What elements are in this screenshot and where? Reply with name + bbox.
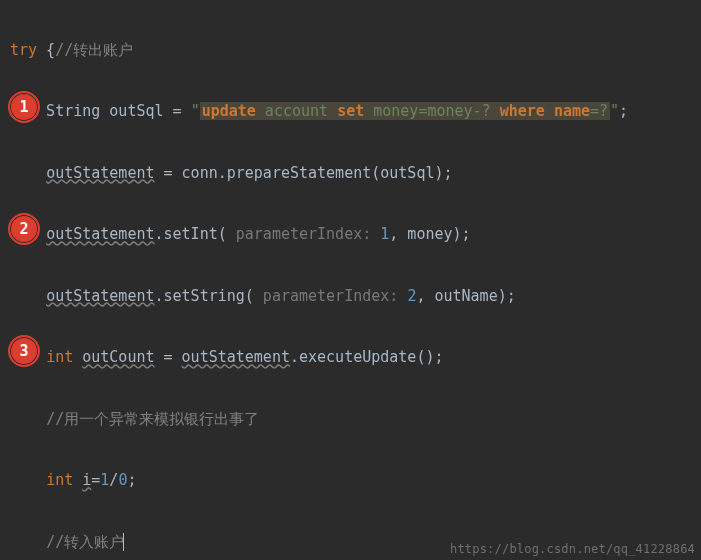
breakpoint-icon[interactable]: 1 bbox=[8, 91, 40, 123]
code-line: outStatement.setInt( parameterIndex: 1, … bbox=[0, 219, 701, 250]
editor-area[interactable]: try {//转出账户 String outSql = "update acco… bbox=[0, 0, 701, 560]
code-line: int i=1/0; bbox=[0, 465, 701, 496]
code-line: outStatement = conn.prepareStatement(out… bbox=[0, 158, 701, 189]
code-line: //用一个异常来模拟银行出事了 bbox=[0, 404, 701, 435]
code-line: outStatement.setString( parameterIndex: … bbox=[0, 281, 701, 312]
text-cursor bbox=[123, 533, 124, 551]
watermark-text: https://blog.csdn.net/qq_41228864 bbox=[450, 542, 695, 556]
code-line: String outSql = "update account set mone… bbox=[0, 96, 701, 127]
code-line: int outCount = outStatement.executeUpdat… bbox=[0, 342, 701, 373]
breakpoint-icon[interactable]: 2 bbox=[8, 213, 40, 245]
code-line: try {//转出账户 bbox=[0, 35, 701, 66]
breakpoint-icon[interactable]: 3 bbox=[8, 335, 40, 367]
